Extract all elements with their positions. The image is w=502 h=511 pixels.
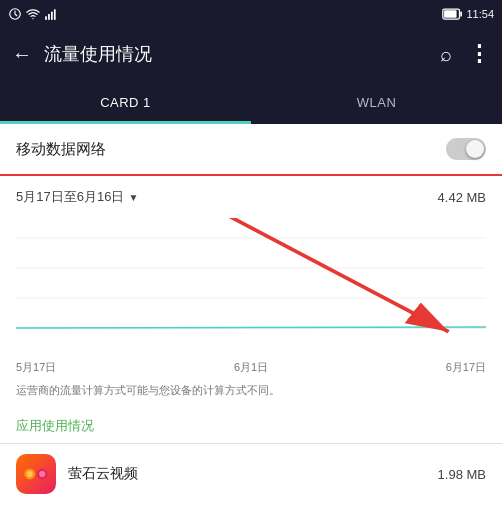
- svg-point-16: [27, 471, 33, 477]
- note-row: 运营商的流量计算方式可能与您设备的计算方式不同。: [0, 375, 502, 410]
- svg-rect-2: [48, 14, 50, 20]
- status-bar: 11:54: [0, 0, 502, 28]
- signal-icon: [44, 7, 58, 21]
- chart-x-labels: 5月17日 6月1日 6月17日: [0, 358, 502, 375]
- mobile-data-toggle[interactable]: [446, 138, 486, 160]
- back-button[interactable]: ←: [12, 43, 32, 66]
- more-icon[interactable]: ⋮: [468, 41, 490, 67]
- wifi-icon: [26, 7, 40, 21]
- app-usage-header: 应用使用情况: [0, 410, 502, 443]
- app-bar-icons: ⌕ ⋮: [440, 41, 490, 67]
- toggle-knob: [466, 140, 484, 158]
- status-bar-right: 11:54: [442, 7, 494, 21]
- date-range-selector[interactable]: 5月17日至6月16日 ▼: [16, 188, 138, 206]
- alarm-icon: [8, 7, 22, 21]
- date-range-arrow: ▼: [128, 192, 138, 203]
- app-name: 萤石云视频: [68, 465, 426, 483]
- svg-rect-4: [54, 9, 56, 19]
- svg-rect-6: [461, 12, 463, 17]
- app-usage-label[interactable]: 应用使用情况: [16, 418, 94, 433]
- note-text: 运营商的流量计算方式可能与您设备的计算方式不同。: [16, 384, 280, 396]
- chart-label-mid: 6月1日: [234, 360, 268, 375]
- svg-rect-3: [51, 12, 53, 20]
- status-bar-left: [8, 7, 58, 21]
- mobile-data-label: 移动数据网络: [16, 140, 106, 159]
- app-logo-icon: [22, 460, 50, 488]
- app-icon: [16, 454, 56, 494]
- app-usage-amount: 1.98 MB: [438, 467, 486, 482]
- tabs-container: CARD 1 WLAN: [0, 80, 502, 124]
- svg-point-17: [39, 471, 45, 477]
- search-icon[interactable]: ⌕: [440, 43, 452, 66]
- usage-chart: [16, 218, 486, 338]
- status-time: 11:54: [466, 8, 494, 20]
- date-range-usage: 4.42 MB: [438, 190, 486, 205]
- svg-rect-7: [445, 10, 458, 18]
- chart-label-end: 6月17日: [446, 360, 486, 375]
- app-bar: ← 流量使用情况 ⌕ ⋮: [0, 28, 502, 80]
- battery-icon: [442, 7, 462, 21]
- date-range-row: 5月17日至6月16日 ▼ 4.42 MB: [0, 176, 502, 218]
- tab-card1[interactable]: CARD 1: [0, 80, 251, 124]
- app-row[interactable]: 萤石云视频 1.98 MB: [0, 443, 502, 504]
- tab-wlan[interactable]: WLAN: [251, 80, 502, 124]
- chart-area: [0, 218, 502, 358]
- date-range-text: 5月17日至6月16日: [16, 188, 124, 206]
- svg-rect-1: [45, 16, 47, 20]
- page-title: 流量使用情况: [44, 42, 428, 66]
- chart-label-start: 5月17日: [16, 360, 56, 375]
- mobile-data-row: 移动数据网络: [0, 124, 502, 176]
